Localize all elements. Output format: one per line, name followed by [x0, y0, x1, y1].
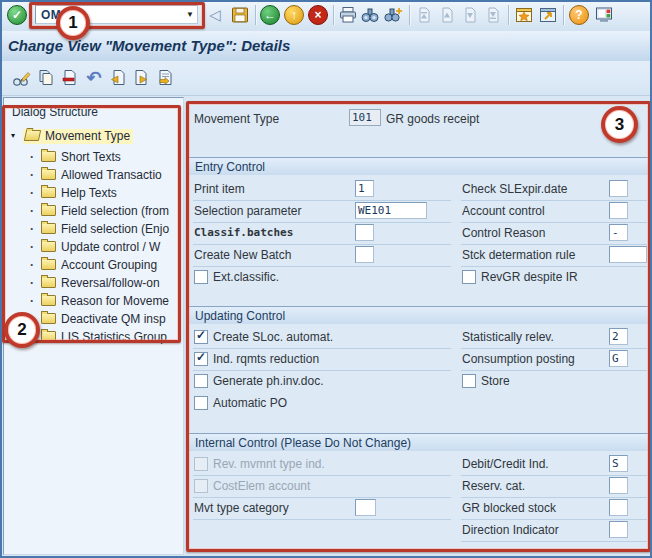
- check-slexpir-field[interactable]: [609, 180, 628, 197]
- previous-page-icon[interactable]: [438, 6, 456, 24]
- classif-batches-label: Classif.batches: [194, 226, 293, 239]
- checkbox-row: Create SLoc. automat.: [193, 327, 451, 349]
- field-row: Mvt type category: [193, 498, 451, 520]
- folder-icon: [41, 205, 56, 216]
- exit-icon[interactable]: ↑: [284, 5, 304, 25]
- tree-item-field-selection-enjoy[interactable]: ·Field selection (Enjo: [4, 220, 184, 238]
- field-row: GR blocked stock: [461, 498, 647, 520]
- folder-icon: [41, 223, 56, 234]
- store-checkbox[interactable]: [462, 374, 476, 388]
- copy-icon[interactable]: [36, 68, 56, 88]
- tree-item-movement-type[interactable]: ▾ Movement Type: [4, 127, 184, 145]
- print-icon[interactable]: [338, 5, 358, 25]
- new-session-icon[interactable]: [514, 5, 534, 25]
- costelem-label: CostElem account: [213, 479, 310, 493]
- tree-item-allowed-transactions[interactable]: ·Allowed Transactio: [4, 166, 184, 184]
- enter-icon[interactable]: ✓: [7, 5, 27, 25]
- create-sloc-label: Create SLoc. automat.: [213, 330, 333, 344]
- ext-classific-checkbox[interactable]: [194, 270, 208, 284]
- last-page-icon[interactable]: [484, 6, 502, 24]
- movement-type-details-panel: Movement Type 101 GR goods receipt Entry…: [189, 104, 648, 550]
- automatic-po-checkbox[interactable]: [194, 396, 208, 410]
- tree-item-reason-for-movement[interactable]: ·Reason for Moveme: [4, 292, 184, 310]
- other-entry-icon[interactable]: [155, 68, 175, 88]
- expander-icon[interactable]: ▾: [11, 127, 15, 145]
- entry-control-section-header: Entry Control: [189, 157, 648, 175]
- account-control-label: Account control: [462, 204, 545, 218]
- create-shortcut-icon[interactable]: [538, 5, 558, 25]
- debit-credit-field[interactable]: S: [609, 455, 628, 472]
- folder-icon: [41, 169, 56, 180]
- field-row: Check SLExpir.date: [461, 179, 647, 201]
- ind-rqmts-label: Ind. rqmts reduction: [213, 352, 319, 366]
- mvt-type-category-label: Mvt type category: [194, 501, 289, 515]
- save-icon[interactable]: [230, 5, 250, 25]
- field-row: Classif.batches: [193, 223, 451, 245]
- field-row: Debit/Credit Ind. S: [461, 454, 647, 476]
- create-sloc-checkbox[interactable]: [194, 330, 208, 344]
- revgr-despite-ir-label: RevGR despite IR: [481, 270, 578, 284]
- create-new-batch-label: Create New Batch: [194, 248, 291, 262]
- field-row: Print item 1: [193, 179, 451, 201]
- tree-item-help-texts[interactable]: ·Help Texts: [4, 184, 184, 202]
- tree-item-reversal-follow-on[interactable]: ·Reversal/follow-on: [4, 274, 184, 292]
- delete-icon[interactable]: [60, 68, 80, 88]
- checkbox-row: Ext.classific.: [193, 267, 451, 288]
- toggle-display-change-icon[interactable]: [12, 68, 32, 88]
- help-icon[interactable]: ?: [569, 5, 589, 25]
- next-entry-icon[interactable]: [131, 68, 151, 88]
- next-page-icon[interactable]: [461, 6, 479, 24]
- print-item-field[interactable]: 1: [355, 180, 374, 197]
- classif-batches-field[interactable]: [355, 224, 374, 241]
- collapse-back-icon[interactable]: ◁: [209, 5, 229, 25]
- updating-control-section-header: Updating Control: [189, 306, 648, 324]
- folder-icon: [41, 259, 56, 270]
- create-new-batch-field[interactable]: [355, 246, 374, 263]
- previous-entry-icon[interactable]: [108, 68, 128, 88]
- movement-type-label: Movement Type: [194, 112, 279, 126]
- generate-phinv-checkbox[interactable]: [194, 374, 208, 388]
- mvt-type-category-field[interactable]: [355, 499, 376, 516]
- rev-mvmnt-label: Rev. mvmnt type ind.: [213, 457, 325, 471]
- folder-icon: [41, 331, 56, 342]
- stck-determation-field[interactable]: [609, 246, 647, 263]
- folder-icon: [41, 313, 56, 324]
- find-next-icon[interactable]: [383, 5, 403, 25]
- checkbox-row: Rev. mvmnt type ind.: [193, 454, 451, 476]
- ind-rqmts-checkbox[interactable]: [194, 352, 208, 366]
- gr-blocked-stock-label: GR blocked stock: [462, 501, 556, 515]
- checkbox-row: RevGR despite IR: [461, 267, 647, 288]
- reserv-cat-field[interactable]: [609, 477, 628, 494]
- tree-item-account-grouping[interactable]: ·Account Grouping: [4, 256, 184, 274]
- generate-phinv-label: Generate ph.inv.doc.: [213, 374, 324, 388]
- selection-parameter-field[interactable]: WE101: [355, 202, 427, 219]
- title-bar: Change View "Movement Type": Details: [0, 31, 652, 62]
- customize-layout-icon[interactable]: [594, 5, 614, 25]
- cancel-icon[interactable]: ×: [308, 5, 328, 25]
- statistically-relev-field[interactable]: 2: [609, 328, 628, 345]
- first-page-icon[interactable]: [415, 6, 433, 24]
- account-control-field[interactable]: [609, 202, 628, 219]
- back-icon[interactable]: ←: [260, 5, 280, 25]
- toolbar-separator: [409, 5, 410, 25]
- tree-item-field-selection-from[interactable]: ·Field selection (from: [4, 202, 184, 220]
- tree-item-short-texts[interactable]: ·Short Texts: [4, 148, 184, 166]
- checkbox-row: CostElem account: [193, 476, 451, 498]
- folder-icon: [41, 277, 56, 288]
- direction-indicator-label: Direction Indicator: [462, 523, 559, 537]
- movement-type-description: GR goods receipt: [386, 112, 479, 126]
- statistically-relev-label: Statistically relev.: [462, 330, 554, 344]
- tree-item-update-control[interactable]: ·Update control / W: [4, 238, 184, 256]
- checkbox-row: Ind. rqmts reduction: [193, 349, 451, 371]
- gr-blocked-stock-field[interactable]: [609, 499, 628, 516]
- field-row: Create New Batch: [193, 245, 451, 267]
- control-reason-field[interactable]: -: [609, 224, 628, 241]
- revgr-despite-ir-checkbox[interactable]: [462, 270, 476, 284]
- consumption-posting-field[interactable]: G: [609, 350, 628, 367]
- direction-indicator-field[interactable]: [609, 521, 628, 538]
- find-icon[interactable]: [360, 5, 380, 25]
- chevron-down-icon[interactable]: ▼: [186, 10, 194, 19]
- movement-type-value-field[interactable]: 101: [349, 109, 381, 126]
- undo-icon[interactable]: ↶: [84, 68, 104, 88]
- debit-credit-label: Debit/Credit Ind.: [462, 457, 549, 471]
